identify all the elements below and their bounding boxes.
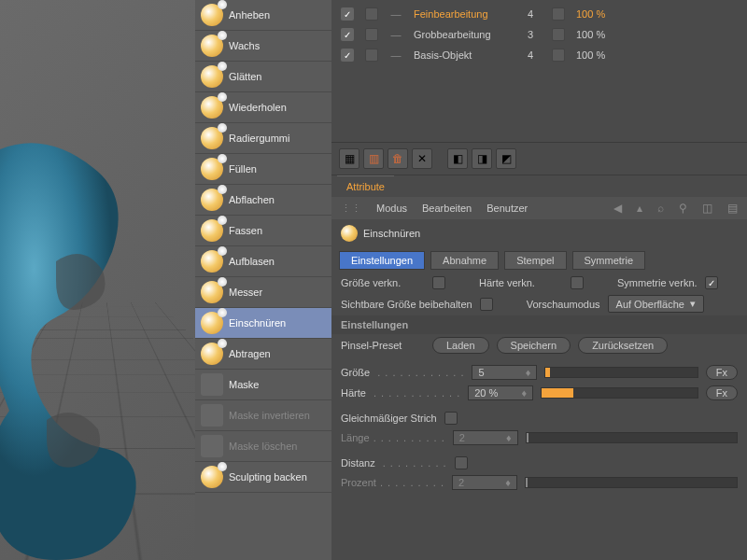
- menu-bar: ⋮⋮ Modus Bearbeiten Benutzer ◀ ▴ ⌕ ⚲ ◫ ▤: [331, 197, 747, 219]
- icon-b[interactable]: ◨: [472, 148, 492, 169]
- tool-label: Messer: [229, 287, 262, 298]
- lbl-distanz: Distanz: [341, 457, 375, 469]
- dd-vorschaumodus[interactable]: Auf Oberfläche▾: [608, 295, 704, 313]
- input-prozent[interactable]: 2♦: [452, 475, 517, 490]
- 3d-viewport[interactable]: [0, 0, 195, 560]
- back-icon[interactable]: ◀: [613, 202, 622, 215]
- subtab-symmetrie[interactable]: Symmetrie: [572, 251, 646, 270]
- layer-opacity: 100 %: [576, 29, 623, 40]
- btn-laden[interactable]: Laden: [432, 337, 489, 354]
- slider-prozent[interactable]: [525, 477, 738, 488]
- layer-box2[interactable]: [552, 7, 565, 21]
- tool-icon: [201, 189, 223, 211]
- tool-messer[interactable]: Messer: [195, 277, 331, 308]
- tool-sculpting-backen[interactable]: Sculpting backen: [195, 462, 331, 493]
- tool-wiederholen[interactable]: Wiederholen: [195, 92, 331, 123]
- tool-maske-löschen[interactable]: Maske löschen: [195, 431, 331, 462]
- tool-maske[interactable]: Maske: [195, 370, 331, 400]
- tool-label: Einschnüren: [229, 317, 286, 329]
- slider-haerte[interactable]: [541, 387, 698, 399]
- icon-x1[interactable]: ✕: [412, 148, 432, 169]
- tool-label: Maske: [229, 379, 259, 390]
- tab-attribute[interactable]: Attribute: [337, 175, 394, 197]
- tool-icon: [201, 219, 223, 242]
- tool-abflachen[interactable]: Abflachen: [195, 185, 331, 216]
- input-groesse[interactable]: 5♦: [472, 365, 537, 380]
- slider-groesse[interactable]: [544, 367, 698, 378]
- input-haerte[interactable]: 20 %♦: [468, 385, 533, 400]
- tool-label: Füllen: [229, 163, 257, 175]
- menu-benutzer[interactable]: Benutzer: [486, 203, 528, 214]
- cb-symmetrie-verkn[interactable]: ✓: [705, 276, 718, 289]
- lbl-vorschaumodus: Vorschaumodus: [527, 299, 600, 310]
- menu-bearbeiten[interactable]: Bearbeiten: [422, 203, 472, 214]
- cb-gleichmaessig[interactable]: [444, 412, 458, 425]
- lock-icon[interactable]: ⚲: [679, 202, 687, 215]
- icon-c[interactable]: ◩: [496, 148, 516, 169]
- layer-box2[interactable]: [552, 28, 565, 41]
- layer-row[interactable]: ✓—Basis-Objekt4100 %: [341, 45, 738, 65]
- tool-maske-invertieren[interactable]: Maske invertieren: [195, 400, 331, 431]
- btn-zuruecksetzen[interactable]: Zurücksetzen: [578, 337, 668, 354]
- tool-icon: [201, 96, 223, 119]
- btn-speichern[interactable]: Speichern: [497, 337, 571, 354]
- cb-groesse-verkn[interactable]: [432, 276, 445, 289]
- up-icon[interactable]: ▴: [637, 202, 642, 215]
- layer-box2[interactable]: [552, 49, 565, 62]
- layer-box1[interactable]: [365, 49, 378, 62]
- layer-row[interactable]: ✓—Grobbearbeitung3100 %: [341, 24, 738, 45]
- icon-add-layer[interactable]: ▦: [339, 148, 359, 169]
- lbl-haerte: Härte: [341, 387, 366, 399]
- cb-haerte-verkn[interactable]: [571, 276, 584, 289]
- tool-anheben[interactable]: Anheben: [195, 0, 331, 31]
- icon-folder[interactable]: ▥: [363, 148, 384, 169]
- layer-visible-checkbox[interactable]: ✓: [341, 28, 354, 41]
- layer-dash: —: [389, 29, 402, 40]
- layer-row[interactable]: ✓—Feinbearbeitung4100 %: [341, 4, 738, 24]
- tool-aufblasen[interactable]: Aufblasen: [195, 246, 331, 277]
- subtab-einstellungen[interactable]: Einstellungen: [339, 251, 425, 270]
- cb-sichtbare-groesse[interactable]: [480, 298, 493, 311]
- tool-radiergummi[interactable]: Radiergummi: [195, 123, 331, 154]
- layer-visible-checkbox[interactable]: ✓: [341, 49, 354, 62]
- layer-box1[interactable]: [365, 7, 378, 21]
- opt1-icon[interactable]: ◫: [702, 202, 712, 215]
- row-gleichmaessig: Gleichmäßiger Strich: [331, 409, 747, 427]
- tool-abtragen[interactable]: Abtragen: [195, 339, 331, 370]
- tool-füllen[interactable]: Füllen: [195, 154, 331, 185]
- subtab-stempel[interactable]: Stempel: [504, 251, 566, 270]
- tool-list: AnhebenWachsGlättenWiederholenRadiergumm…: [195, 0, 331, 560]
- tool-icon: [201, 65, 223, 88]
- slider-laenge[interactable]: [526, 432, 738, 443]
- input-laenge[interactable]: 2♦: [453, 430, 518, 445]
- object-row: Einschnüren: [331, 219, 747, 247]
- tool-einschnüren[interactable]: Einschnüren: [195, 308, 331, 339]
- trash-icon[interactable]: 🗑: [388, 148, 408, 169]
- tool-label: Fassen: [229, 225, 262, 236]
- menu-modus[interactable]: Modus: [376, 203, 407, 214]
- lbl-symmetrie-verkn: Symmetrie verkn.: [617, 277, 698, 288]
- layer-visible-checkbox[interactable]: ✓: [341, 7, 354, 21]
- tool-icon: [201, 35, 223, 57]
- row-preview: Sichtbare Größe beibehalten Vorschaumodu…: [331, 292, 747, 315]
- cb-distanz[interactable]: [455, 456, 468, 469]
- subtab-abnahme[interactable]: Abnahme: [430, 251, 499, 270]
- sculpt-mesh: [0, 131, 195, 560]
- fx-groesse[interactable]: Fx: [706, 365, 738, 380]
- tool-label: Abtragen: [229, 348, 271, 359]
- icon-a[interactable]: ◧: [447, 148, 468, 169]
- opt2-icon[interactable]: ▤: [727, 202, 738, 215]
- lbl-groesse: Größe: [341, 367, 370, 378]
- tool-wachs[interactable]: Wachs: [195, 31, 331, 62]
- tool-label: Wiederholen: [229, 102, 287, 113]
- search-icon[interactable]: ⌕: [657, 202, 664, 215]
- row-distanz: Distanz . . . . . . . . .: [331, 454, 747, 472]
- section-einstellungen: Einstellungen: [331, 315, 747, 334]
- fx-haerte[interactable]: Fx: [706, 385, 738, 400]
- tool-icon: [201, 343, 223, 365]
- layer-box1[interactable]: [365, 28, 378, 41]
- tool-icon: [201, 158, 223, 180]
- lbl-preset: Pinsel-Preset: [341, 340, 425, 351]
- tool-fassen[interactable]: Fassen: [195, 216, 331, 246]
- tool-glätten[interactable]: Glätten: [195, 62, 331, 92]
